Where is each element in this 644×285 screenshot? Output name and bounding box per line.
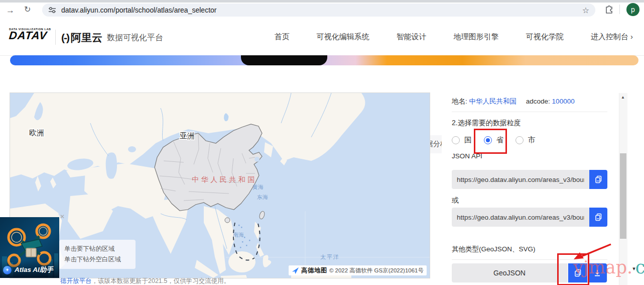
adcode-value-link[interactable]: 100000 [552, 98, 575, 105]
geojson-row[interactable]: GeoJSON [452, 263, 607, 282]
extensions-icon[interactable] [604, 5, 614, 15]
panel-scrollbar-thumb[interactable] [620, 153, 626, 239]
site-navbar: DATA VISUALIZATION LAB DATAV (-)阿里云 数据可视… [0, 19, 644, 56]
adcode-label: adcode: [526, 98, 550, 105]
copy-button-1[interactable] [589, 170, 607, 189]
radio-dot[interactable] [452, 136, 460, 144]
browser-toolbar: → ↻ datav.aliyun.com/portal/school/atlas… [0, 0, 644, 19]
datav-wordmark: DATAV [9, 31, 55, 41]
geojson-download-button[interactable] [588, 263, 607, 282]
map-footnote: 德开放平台，该版本数据更新于2021.5，仅供学习交流使用。 [60, 277, 230, 285]
close-icon[interactable]: ✕ [60, 213, 65, 220]
platform-subtitle: 数据可视化平台 [107, 33, 163, 43]
nav-item-editor[interactable]: 可视化编辑系统 [317, 32, 369, 42]
copy-icon [595, 175, 602, 183]
banner-button-bottom[interactable] [241, 55, 327, 65]
atlas-sparkle-icon: ✦ [3, 266, 12, 274]
aliyun-logo[interactable]: (-)阿里云 [61, 31, 102, 45]
tab-strip [0, 0, 644, 3]
api-url-row-1 [452, 170, 617, 189]
geojson-label: GeoJSON [452, 263, 567, 282]
map-label-yellow-sea: 黄海 [252, 184, 264, 190]
api-url-input-1[interactable] [452, 170, 589, 189]
geojson-copy-button[interactable] [567, 263, 588, 282]
atlas-ai-promo[interactable]: ✦ Atlas AI助手 [0, 217, 59, 278]
radio-city[interactable]: 市 [516, 135, 536, 145]
radio-dot[interactable] [484, 136, 492, 144]
nav-item-academy[interactable]: 可视化学院 [526, 32, 564, 42]
or-label: 或 [452, 196, 459, 205]
area-info-row: 地名: 中华人民共和国 adcode: 100000 [452, 97, 575, 106]
nav-item-smart-design[interactable]: 智能设计 [397, 32, 427, 42]
atlas-ai-label: Atlas AI助手 [15, 265, 53, 274]
logo-divider [55, 30, 56, 45]
map-label-pacific: 太平洋 [320, 254, 340, 260]
amap-open-platform-link[interactable]: 德开放平台 [60, 277, 92, 284]
api-url-input-2[interactable] [452, 208, 589, 227]
geoatlas-header: DataV.GeoAtlas 范围选择器 边界生成器 层级生成器 ✦ AI地理数… [0, 65, 644, 93]
other-types-label: 其他类型(GeoJSON、SVG) [452, 245, 536, 254]
address-bar[interactable]: datav.aliyun.com/portal/school/atlas/are… [42, 4, 595, 17]
amap-logo-icon [292, 267, 299, 274]
map-tooltip: 单击要下钻的区域 单击下钻外空白区域 [59, 240, 136, 269]
copy-button-2[interactable] [589, 208, 607, 227]
copy-icon [595, 213, 602, 221]
download-icon [593, 269, 601, 277]
place-label: 地名: [452, 98, 467, 105]
radio-dot[interactable] [516, 136, 524, 144]
reload-icon[interactable]: ↻ [24, 6, 31, 14]
map-canvas[interactable]: 欧洲 亚洲 中华人民共和国 黄海 东海 南海 太平洋 单击要下钻的区域 单击下钻… [10, 93, 430, 278]
radio-province[interactable]: 省 [484, 135, 504, 145]
nav-links: 首页 可视化编辑系统 智能设计 地理图形引擎 可视化学院 进入控制台 › [246, 19, 644, 55]
nav-item-geo-engine[interactable]: 地理图形引擎 [454, 32, 499, 42]
bookmark-star-icon[interactable]: ☆ [582, 6, 589, 15]
nav-item-home[interactable]: 首页 [275, 32, 290, 42]
map-label-east-sea: 东海 [257, 194, 268, 200]
scrollbar-up-icon[interactable]: ▲ [621, 95, 625, 100]
map-label-europe: 欧洲 [29, 128, 44, 137]
amap-license: © 2022 高德软件 GS京(2022)1061号 [329, 267, 424, 274]
aliyun-mark-icon: (-) [61, 32, 69, 43]
map-label-south-sea: 南海 [233, 232, 244, 238]
nav-item-console[interactable]: 进入控制台 › [591, 32, 633, 42]
map-attribution: 高德地图 © 2022 高德软件 GS京(2022)1061号 [289, 265, 427, 275]
site-info-icon[interactable] [48, 6, 56, 14]
datav-logo[interactable]: DATA VISUALIZATION LAB DATAV [9, 28, 54, 41]
settings-panel: 地名: 中华人民共和国 adcode: 100000 2.选择需要的数据粒度 国… [442, 93, 619, 285]
profile-avatar[interactable]: p [626, 3, 639, 16]
radio-country[interactable]: 国 [452, 135, 472, 145]
panel-divider [452, 259, 607, 260]
map-label-china: 中华人民共和国 [192, 175, 257, 183]
panel-divider [452, 112, 607, 112]
place-value-link[interactable]: 中华人民共和国 [469, 98, 517, 105]
forward-icon[interactable]: → [6, 6, 15, 15]
map-label-asia: 亚洲 [180, 131, 195, 140]
json-api-label: JSON API [452, 152, 482, 160]
url-text[interactable]: datav.aliyun.com/portal/school/atlas/are… [61, 6, 582, 14]
toolbar-divider [619, 5, 620, 14]
granularity-radios: 国 省 市 [452, 135, 541, 145]
step2-title: 2.选择需要的数据粒度 [452, 119, 521, 128]
copy-icon [574, 269, 582, 277]
amap-brand: 高德地图 [301, 266, 327, 275]
api-url-row-2 [452, 208, 617, 227]
